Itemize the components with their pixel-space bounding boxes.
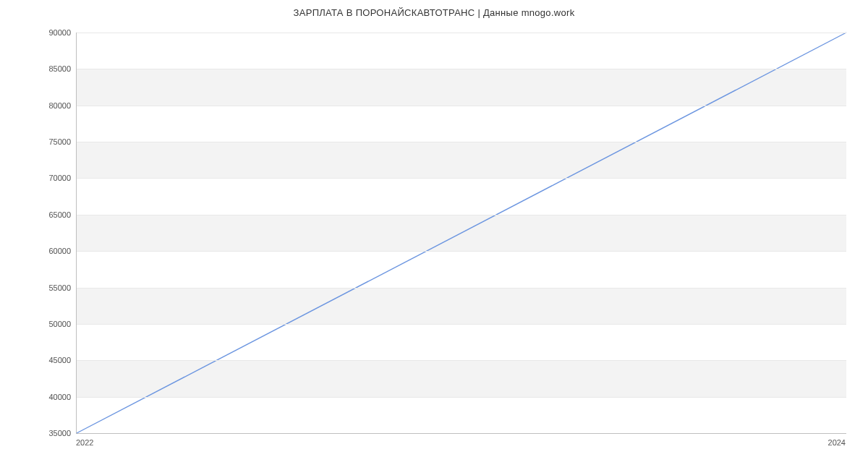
y-tick-label: 40000 [6, 393, 71, 401]
y-gridline [77, 106, 846, 106]
y-gridline [77, 360, 846, 361]
x-tick-label: 2024 [828, 438, 846, 447]
data-line [77, 33, 846, 433]
y-tick-label: 50000 [6, 320, 71, 328]
y-tick-label: 90000 [6, 28, 71, 37]
y-tick-label: 80000 [6, 101, 71, 110]
y-tick-label: 60000 [6, 247, 71, 255]
y-gridline [77, 397, 846, 398]
chart-title: ЗАРПЛАТА В ПОРОНАЙСКАВТОТРАНС | Данные m… [0, 7, 868, 18]
y-gridline [77, 288, 846, 289]
y-tick-label: 45000 [6, 356, 71, 364]
y-tick-label: 70000 [6, 174, 71, 182]
x-tick-label: 2022 [76, 438, 93, 447]
y-tick-label: 35000 [6, 429, 71, 437]
y-tick-label: 75000 [6, 137, 71, 146]
y-gridline [77, 215, 846, 215]
series-line [77, 33, 846, 433]
line-chart: ЗАРПЛАТА В ПОРОНАЙСКАВТОТРАНС | Данные m… [0, 0, 868, 470]
y-tick-label: 65000 [6, 210, 71, 219]
y-tick-label: 55000 [6, 283, 71, 292]
y-gridline [77, 33, 846, 33]
y-gridline [77, 251, 846, 252]
y-tick-label: 85000 [6, 64, 71, 73]
y-gridline [77, 142, 846, 142]
plot-area [76, 33, 846, 434]
y-gridline [77, 324, 846, 325]
y-gridline [77, 178, 846, 179]
y-gridline [77, 69, 846, 69]
